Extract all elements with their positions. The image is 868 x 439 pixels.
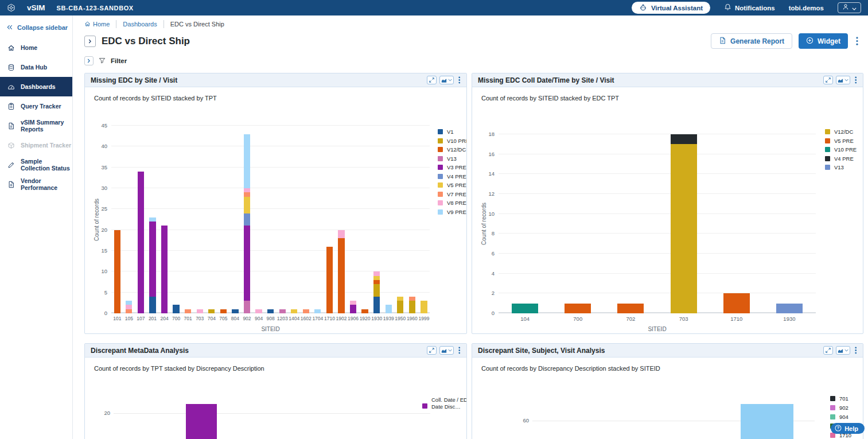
bar-stack	[291, 309, 297, 313]
user-menu-button[interactable]	[838, 2, 861, 13]
bar-segment-coll-date-edc-coll-date-disc[interactable]	[186, 404, 217, 439]
bar-segment-v9-pre[interactable]	[149, 217, 155, 222]
legend-item[interactable]: V10 PRE	[438, 138, 467, 144]
legend-item[interactable]: 904	[830, 414, 851, 420]
breadcrumb-dashboards-link[interactable]: Dashboards	[123, 21, 157, 28]
bar-slot: 1930	[763, 134, 816, 313]
bar-segment-v1[interactable]	[173, 305, 179, 313]
bar-segment-v9-pre[interactable]	[244, 134, 250, 188]
page-menu-button[interactable]	[854, 37, 860, 45]
bar-segment-v8-pre[interactable]	[244, 188, 250, 192]
bar-segment-v12-dc[interactable]	[114, 230, 120, 313]
bar-segment-v10-pre[interactable]	[409, 301, 415, 313]
legend-item[interactable]: V12/DC	[825, 129, 857, 135]
bar-segment-v3-pre[interactable]	[138, 172, 144, 313]
bar-segment-v9-pre[interactable]	[314, 309, 321, 313]
legend-item[interactable]: V9 PRE	[438, 209, 467, 215]
bar-segment-v13[interactable]	[244, 301, 250, 313]
bar-segment-v3-pre[interactable]	[350, 305, 356, 313]
bar-segment-v1[interactable]	[232, 309, 238, 313]
bar-segment-v10-pre[interactable]	[373, 284, 380, 297]
sidebar-item-data-hub[interactable]: Data Hub	[0, 57, 72, 77]
bar-segment-v12-dc[interactable]	[373, 280, 380, 284]
bar-segment-v8-pre[interactable]	[373, 271, 380, 275]
legend-item[interactable]: V4 PRE	[825, 156, 857, 162]
bar-segment-v12-dc[interactable]	[361, 309, 368, 313]
bar-segment-v1[interactable]	[149, 297, 155, 313]
bar-segment-v12-dc[interactable]	[338, 238, 344, 313]
bar-segment-v7-pre[interactable]	[185, 309, 191, 313]
bar-segment-v5-pre[interactable]	[565, 304, 591, 313]
legend-item[interactable]: V12/DC	[438, 146, 467, 153]
bar-segment-v3-pre[interactable]	[161, 226, 168, 313]
bar-segment-v7-pre[interactable]	[303, 309, 309, 313]
bar-segment-v5-pre[interactable]	[617, 304, 644, 313]
bar-segment-v1[interactable]	[267, 309, 274, 313]
legend-item[interactable]: V1	[438, 129, 467, 135]
bar-segment-v10-pre[interactable]	[208, 309, 215, 313]
bar-segment-v10-pre[interactable]	[512, 304, 538, 313]
bar-segment-v8-pre[interactable]	[350, 301, 356, 305]
bar-segment-v5-pre[interactable]	[244, 197, 250, 213]
collapse-sidebar-button[interactable]: Collapse sidebar	[0, 15, 72, 38]
bar-segment-x[interactable]	[741, 404, 793, 439]
legend-label: V3 PRE	[447, 164, 466, 170]
bar-segment-v4-pre[interactable]	[671, 134, 697, 144]
bar-segment-v12-dc[interactable]	[671, 144, 697, 313]
sidebar-item-sample-collection-status[interactable]: Sample Collection Status	[0, 155, 72, 174]
legend-item[interactable]: V4 PRE	[438, 173, 467, 180]
legend-item[interactable]: V3 PRE	[438, 164, 467, 170]
legend-item[interactable]: V5 PRE	[825, 138, 857, 144]
legend-item[interactable]: V10 PRE	[825, 146, 857, 153]
bar-segment-v8-pre[interactable]	[338, 230, 344, 239]
virtual-assistant-button[interactable]: Virtual Assistant	[632, 2, 710, 14]
bar-segment-v8-pre[interactable]	[255, 309, 262, 313]
legend-item[interactable]: V8 PRE	[438, 200, 467, 206]
sidebar-item-query-tracker[interactable]: Query Tracker	[0, 96, 72, 116]
bar-segment-v5-pre[interactable]	[723, 293, 750, 313]
legend-item[interactable]: V5 PRE	[438, 182, 467, 188]
bar-segment-v5-pre[interactable]	[397, 297, 403, 301]
legend-swatch	[438, 156, 443, 161]
bar-segment-v12-dc[interactable]	[326, 247, 333, 313]
legend-item[interactable]: 902	[830, 405, 851, 411]
expand-filter-icon[interactable]	[84, 56, 94, 65]
legend-item[interactable]: 701	[830, 395, 851, 402]
sidebar-item-home[interactable]: Home	[0, 38, 72, 57]
bar-segment-v13[interactable]	[279, 309, 286, 313]
bar-segment-v5-pre[interactable]	[421, 301, 427, 313]
bar-segment-v9-pre[interactable]	[386, 305, 392, 313]
bar-segment-v13[interactable]	[776, 304, 803, 313]
legend-label: V10 PRE	[447, 138, 467, 144]
bar-segment-v10-pre[interactable]	[397, 301, 403, 313]
generate-report-button[interactable]: Generate Report	[711, 33, 792, 49]
widget-button[interactable]: Widget	[799, 33, 848, 49]
breadcrumb-home-link[interactable]: Home	[84, 21, 110, 28]
sidebar-item-vendor-performance[interactable]: Vendor Performance	[0, 174, 72, 194]
bar-segment-v1[interactable]	[373, 297, 380, 313]
help-button[interactable]: ? Help	[831, 423, 865, 434]
bar-segment-v12-dc[interactable]	[220, 309, 227, 313]
bar-segment-v4-pre[interactable]	[244, 213, 250, 226]
bar-segment-v7-pre[interactable]	[244, 192, 250, 196]
legend-item[interactable]: V13	[825, 164, 857, 170]
bar-segment-v3-pre[interactable]	[149, 222, 155, 297]
bar-segment-v9-pre[interactable]	[126, 301, 132, 305]
app-logo-icon	[7, 3, 15, 12]
bar-segment-v5-pre[interactable]	[373, 276, 380, 280]
circle-plus-icon	[806, 37, 813, 46]
collapse-header-icon[interactable]	[84, 36, 96, 47]
bar-stack	[409, 297, 415, 313]
bar-segment-v7-pre[interactable]	[409, 297, 415, 301]
legend-item[interactable]: V13	[438, 156, 467, 162]
bar-segment-v8-pre[interactable]	[197, 309, 203, 313]
bar-segment-v7-pre[interactable]	[126, 309, 132, 313]
sidebar-item-dashboards[interactable]: Dashboards	[0, 77, 72, 96]
bar-segment-v5-pre[interactable]	[291, 309, 297, 313]
sidebar-item-vsim-summary-reports[interactable]: vSIM Summary Reports	[0, 116, 72, 135]
notifications-button[interactable]: Notifications	[724, 3, 775, 12]
bar-segment-v3-pre[interactable]	[244, 226, 250, 301]
bar-segment-v8-pre[interactable]	[126, 305, 132, 309]
legend-item[interactable]: V7 PRE	[438, 191, 467, 197]
x-axis-tick: 908	[267, 316, 275, 321]
